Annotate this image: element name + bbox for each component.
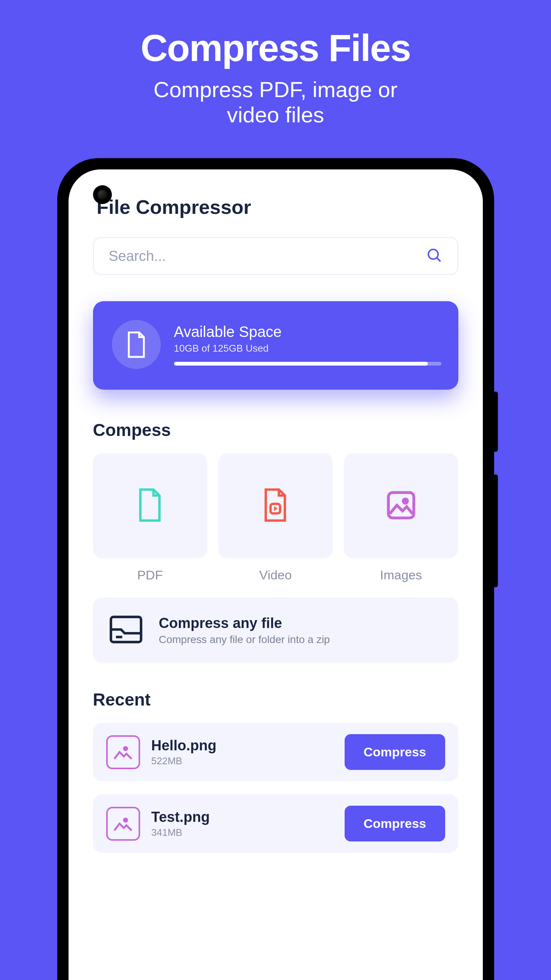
image-icon <box>106 735 140 769</box>
svg-point-8 <box>124 818 127 821</box>
tile-video[interactable]: Video <box>218 453 333 582</box>
hero-title: Compress Files <box>0 26 551 70</box>
svg-point-0 <box>428 249 438 259</box>
hero-banner: Compress Files Compress PDF, image or vi… <box>0 0 551 127</box>
storage-card[interactable]: Available Space 10GB of 125GB Used <box>93 301 459 390</box>
compress-any-file-title: Compress any file <box>159 615 330 632</box>
pdf-file-icon <box>135 487 165 525</box>
recent-section-title: Recent <box>93 689 459 710</box>
app-title: File Compressor <box>97 196 459 218</box>
compress-button[interactable]: Compress <box>345 806 445 842</box>
search-bar[interactable] <box>93 237 459 275</box>
recent-file-size: 341MB <box>151 827 334 838</box>
compress-tiles: PDF Video <box>93 453 459 582</box>
recent-item: Test.png 341MB Compress <box>93 794 459 853</box>
search-input[interactable] <box>109 248 426 264</box>
search-icon[interactable] <box>426 247 443 265</box>
image-icon <box>384 488 418 524</box>
storage-subtitle: 10GB of 125GB Used <box>174 343 441 354</box>
phone-side-button <box>494 474 498 587</box>
camera-hole <box>93 185 112 204</box>
svg-rect-3 <box>388 492 414 518</box>
tile-pdf[interactable]: PDF <box>93 453 207 582</box>
recent-file-name: Hello.png <box>151 738 334 754</box>
recent-file-name: Test.png <box>151 809 334 825</box>
svg-line-1 <box>436 258 440 261</box>
hero-subtitle: Compress PDF, image or video files <box>0 77 551 127</box>
document-icon <box>112 320 161 369</box>
tile-label: Images <box>380 568 422 582</box>
tile-label: Video <box>259 568 291 582</box>
compress-any-file-subtitle: Compress any file or folder into a zip <box>159 634 330 646</box>
phone-frame: File Compressor Available Space 10GB of … <box>57 158 494 980</box>
image-icon <box>106 807 140 841</box>
storage-title: Available Space <box>174 323 441 340</box>
phone-side-button <box>494 391 498 452</box>
storage-info: Available Space 10GB of 125GB Used <box>174 323 441 366</box>
storage-progress-fill <box>174 362 428 366</box>
recent-info: Hello.png 522MB <box>151 738 334 767</box>
recent-info: Test.png 341MB <box>151 809 334 838</box>
svg-point-4 <box>403 499 407 503</box>
video-file-icon <box>261 487 290 525</box>
tile-label: PDF <box>137 568 163 582</box>
storage-progress <box>174 362 441 366</box>
recent-item: Hello.png 522MB Compress <box>93 723 459 781</box>
recent-file-size: 522MB <box>151 755 334 767</box>
folder-icon <box>108 614 144 646</box>
compress-any-file-text: Compress any file Compress any file or f… <box>159 615 330 646</box>
svg-point-7 <box>124 747 127 750</box>
compress-any-file-card[interactable]: Compress any file Compress any file or f… <box>93 598 459 663</box>
compress-button[interactable]: Compress <box>345 734 445 770</box>
tile-images[interactable]: Images <box>344 453 458 582</box>
app-screen: File Compressor Available Space 10GB of … <box>68 169 483 980</box>
compress-section-title: Compess <box>93 420 459 440</box>
